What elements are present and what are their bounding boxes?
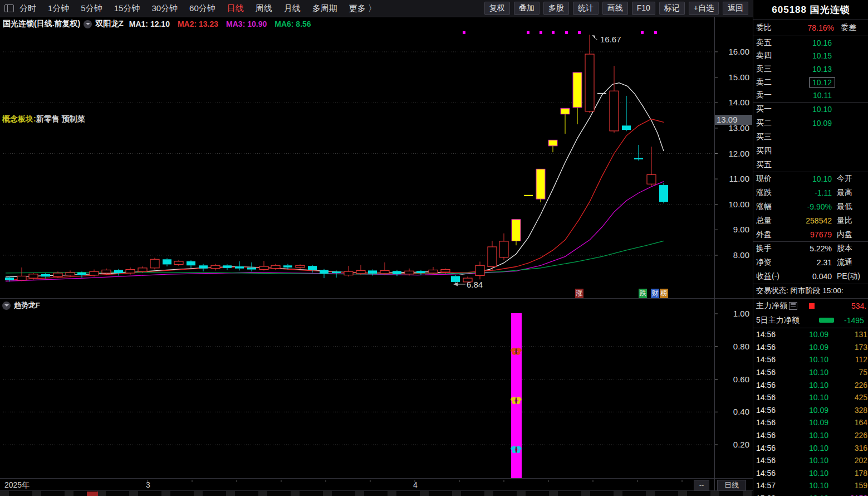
bid-label: 买三 xyxy=(756,132,772,142)
ma-line-MA3 xyxy=(6,182,664,281)
tx-time: 14:56 xyxy=(756,368,776,377)
signal-dot xyxy=(641,31,644,34)
stat-value: 5.22% xyxy=(810,244,832,253)
transaction-row[interactable]: 14:5610.10112 xyxy=(753,353,868,366)
price-axis-label: 16.00 xyxy=(728,47,749,56)
transaction-row[interactable]: 14:5610.10316 xyxy=(753,441,868,454)
tx-price: 10.10 xyxy=(809,381,828,390)
bid-label: 买一 xyxy=(756,104,772,114)
tx-price: 10.10 xyxy=(809,456,828,465)
transaction-row[interactable]: 15:0010.103156 xyxy=(753,492,868,496)
stat-涨幅: 涨幅-9.90%最低 xyxy=(753,200,868,214)
tx-price: 10.09 xyxy=(809,343,828,352)
tx-volume: 178 xyxy=(855,469,867,478)
concept-tags[interactable]: 概念板块:新零售 预制菜 xyxy=(2,114,85,124)
main-net-row[interactable]: 主力净额 534. xyxy=(753,299,868,313)
list-icon[interactable] xyxy=(789,302,797,310)
stat-sublabel: 量比 xyxy=(837,216,852,226)
bid-label: 买四 xyxy=(756,146,772,156)
stat-value: -9.90% xyxy=(807,202,832,211)
transaction-row[interactable]: 14:5610.09164 xyxy=(753,416,868,429)
ask-卖四[interactable]: 卖四10.15 xyxy=(753,50,868,63)
tx-time: 14:56 xyxy=(756,418,776,427)
tx-volume: 226 xyxy=(855,381,867,390)
trading-terminal: 分时1分钟5分钟15分钟30分钟60分钟日线周线月线多周期更多 〉 复权叠加多股… xyxy=(0,0,868,496)
transaction-row[interactable]: 14:5610.09173 xyxy=(753,341,868,354)
weibi-value: 78.16% xyxy=(808,23,834,32)
ask-卖三[interactable]: 卖三10.13 xyxy=(753,62,868,76)
bid-买一[interactable]: 买一10.10 xyxy=(753,103,868,116)
sub-axis-label: 0.40 xyxy=(733,407,749,416)
ask-卖五[interactable]: 卖五10.16 xyxy=(753,36,868,50)
transaction-row[interactable]: 14:5610.1075 xyxy=(753,366,868,379)
signal-dot xyxy=(540,31,542,34)
sub-axis-label: 0.20 xyxy=(733,440,749,449)
tx-price: 10.10 xyxy=(809,431,828,440)
stat-label: 总量 xyxy=(756,216,772,226)
weibi-label: 委比 xyxy=(756,23,772,33)
transaction-row[interactable]: 14:5610.10226 xyxy=(753,429,868,442)
badge-财[interactable]: 财 xyxy=(651,289,659,298)
tx-price: 10.10 xyxy=(809,368,828,377)
quote-panel: 605188 国光连锁 委比 78.16% 委差 卖五10.16卖四10.15卖… xyxy=(753,0,868,496)
ask-卖二-price: 10.12 xyxy=(809,77,835,87)
range-box[interactable]: -- xyxy=(694,480,709,491)
price-axis-label: 14.00 xyxy=(728,98,749,107)
concept-prefix: 概念板块: xyxy=(2,114,36,123)
period-box[interactable]: 日线 xyxy=(717,480,746,491)
stat-换手: 换手5.22%股本 xyxy=(753,242,868,256)
ask-卖一-label: 卖一 xyxy=(756,90,772,100)
bid-买五[interactable]: 买五 xyxy=(753,158,868,172)
tx-price: 10.10 xyxy=(809,393,828,402)
tx-volume: 316 xyxy=(855,444,867,453)
chevron-down-icon[interactable] xyxy=(2,302,11,310)
ask-卖二[interactable]: 卖二10.12 xyxy=(753,76,868,89)
signal-dot xyxy=(578,31,581,34)
bid-买三[interactable]: 买三 xyxy=(753,130,868,144)
stat-sublabel: 内盘 xyxy=(837,230,852,240)
ask-卖五-label: 卖五 xyxy=(756,38,772,48)
tick-transaction-list[interactable]: 14:5610.0913114:5610.0917314:5610.101121… xyxy=(753,328,868,496)
tx-volume: 75 xyxy=(859,368,867,377)
badge-跌[interactable]: 跌 xyxy=(639,289,647,298)
tx-price: 10.09 xyxy=(809,418,828,427)
ask-卖一[interactable]: 卖一10.11 xyxy=(753,89,868,102)
transaction-row[interactable]: 14:5610.09131 xyxy=(753,328,868,341)
price-axis-label: 12.00 xyxy=(728,149,749,158)
stat-label: 净资 xyxy=(756,257,772,268)
tx-time: 14:56 xyxy=(756,381,776,390)
stat-value: 97679 xyxy=(810,230,832,239)
transaction-row[interactable]: 14:5610.09328 xyxy=(753,404,868,417)
transaction-row[interactable]: 14:5710.10159 xyxy=(753,479,868,492)
tx-time: 14:56 xyxy=(756,431,776,440)
transaction-row[interactable]: 14:5610.10226 xyxy=(753,378,868,391)
stat-涨跌: 涨跌-1.11最高 xyxy=(753,186,868,200)
badge-涨[interactable]: 涨 xyxy=(575,289,583,298)
main-net-value: 534. xyxy=(851,302,866,310)
price-axis-label: 8.00 xyxy=(733,250,749,260)
day5-net-row[interactable]: 5日主力净额 -1495 xyxy=(753,313,868,328)
stat-sublabel: PE(动) xyxy=(837,271,860,281)
sub-indicator-name: 趋势龙F xyxy=(14,300,40,310)
bid-买二[interactable]: 买二10.09 xyxy=(753,116,868,130)
ma-line-MA2 xyxy=(6,119,664,280)
signal-dot xyxy=(654,31,657,34)
tx-price: 10.10 xyxy=(809,355,828,364)
stat-value: -1.11 xyxy=(815,188,832,197)
tx-price: 10.10 xyxy=(809,444,828,453)
tx-time: 15:00 xyxy=(756,494,776,496)
ask-卖三-label: 卖三 xyxy=(756,64,772,74)
transaction-row[interactable]: 14:5610.10425 xyxy=(753,391,868,404)
transaction-row[interactable]: 14:5610.10202 xyxy=(753,454,868,467)
axis-month-label: 3 xyxy=(146,480,150,489)
tx-time: 14:56 xyxy=(756,469,776,478)
badge-榜[interactable]: 榜 xyxy=(660,289,668,298)
main-net-label: 主力净额 xyxy=(756,301,787,311)
bottom-clipped-bar xyxy=(0,491,753,496)
stock-code-title[interactable]: 605188 国光连锁 xyxy=(753,0,868,20)
transaction-row[interactable]: 14:5610.10178 xyxy=(753,466,868,479)
day5-net-value: -1495 xyxy=(844,316,864,325)
main-chart-canvas[interactable]: 16.676.8416.0015.0014.0013.0012.0011.001… xyxy=(0,0,753,492)
ask-卖二-label: 卖二 xyxy=(756,77,772,87)
bid-买四[interactable]: 买四 xyxy=(753,144,868,158)
